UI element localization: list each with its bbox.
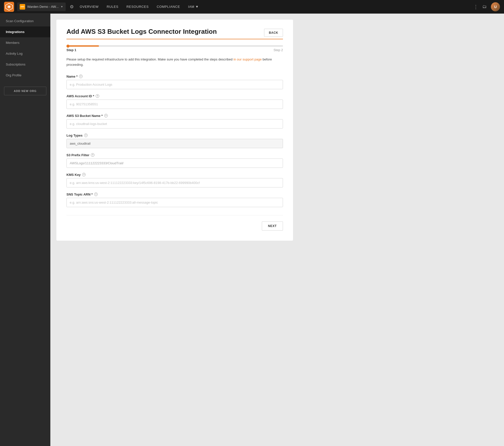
input-name[interactable] (66, 80, 283, 89)
aws-logo: AWS (20, 4, 25, 10)
help-icon-s3-prefix-filter[interactable]: ? (91, 153, 94, 157)
top-navigation: AWS Warden Demo - AW... ▼ ⚙ OVERVIEW RUL… (0, 0, 504, 14)
add-new-org-button[interactable]: ADD NEW ORG (4, 87, 46, 95)
form-card: Add AWS S3 Bucket Logs Connector Integra… (56, 20, 293, 241)
input-kms-key[interactable] (66, 178, 283, 187)
label-aws-s3-bucket-name: AWS S3 Bucket Name * ? (66, 114, 283, 118)
help-icon-aws-s3-bucket-name[interactable]: ? (104, 114, 108, 117)
progress-labels: Step 1 Step 2 (66, 48, 283, 52)
field-kms-key: KMS Key ? (66, 173, 283, 187)
page-title: Add AWS S3 Bucket Logs Connector Integra… (66, 28, 217, 36)
input-s3-prefix-filter[interactable] (66, 158, 283, 168)
account-dropdown-arrow: ▼ (61, 5, 63, 8)
progress-fill (66, 45, 99, 47)
label-log-types: Log Types ? (66, 134, 283, 137)
sidebar-item-members[interactable]: Members (0, 37, 50, 48)
field-sns-topic-arn: SNS Topic ARN * ? (66, 193, 283, 207)
step1-label: Step 1 (66, 48, 76, 52)
sidebar-item-activity-log[interactable]: Activity Log (0, 48, 50, 59)
sidebar-item-subscriptions[interactable]: Subscriptions (0, 59, 50, 70)
help-icon-log-types[interactable]: ? (84, 134, 88, 137)
nav-links: OVERVIEW RULES RESOURCES COMPLIANCE IAM … (80, 4, 473, 10)
step2-label: Step 2 (273, 48, 283, 52)
main-layout: Scan Configuration Integrations Members … (0, 14, 504, 446)
help-icon-kms-key[interactable]: ? (82, 173, 86, 176)
form-header: Add AWS S3 Bucket Logs Connector Integra… (66, 28, 283, 37)
svg-point-1 (8, 6, 10, 8)
nav-iam[interactable]: IAM ▼ (188, 4, 199, 10)
help-icon-sns-topic-arn[interactable]: ? (94, 193, 98, 196)
progress-container: Step 1 Step 2 (66, 45, 283, 52)
progress-track (66, 45, 283, 47)
form-footer: NEXT (66, 215, 283, 231)
iam-dropdown-arrow: ▼ (195, 5, 199, 9)
sidebar-item-integrations[interactable]: Integrations (0, 26, 50, 37)
label-aws-account-id: AWS Account ID * ? (66, 94, 283, 98)
account-selector[interactable]: AWS Warden Demo - AW... ▼ (17, 3, 66, 11)
nav-overview[interactable]: OVERVIEW (80, 4, 99, 10)
label-name: Name * ? (66, 75, 283, 78)
content-area: Add AWS S3 Bucket Logs Connector Integra… (50, 14, 504, 446)
label-kms-key: KMS Key ? (66, 173, 283, 177)
nav-rules[interactable]: RULES (107, 4, 119, 10)
input-log-types[interactable] (66, 139, 283, 148)
account-name: Warden Demo - AW... (27, 5, 59, 9)
input-aws-s3-bucket-name[interactable] (66, 119, 283, 129)
label-sns-topic-arn: SNS Topic ARN * ? (66, 193, 283, 196)
form-divider (66, 39, 283, 39)
more-options-icon[interactable]: ⋮ (473, 4, 478, 10)
back-button[interactable]: BACK (264, 29, 283, 37)
label-s3-prefix-filter: S3 Prefix Filter ? (66, 153, 283, 157)
sidebar-item-org-profile[interactable]: Org Profile (0, 70, 50, 81)
sidebar-item-scan-configuration[interactable]: Scan Configuration (0, 16, 50, 26)
field-s3-prefix-filter: S3 Prefix Filter ? (66, 153, 283, 168)
nav-resources[interactable]: RESOURCES (126, 4, 149, 10)
help-icon-name[interactable]: ? (79, 75, 83, 78)
nav-compliance[interactable]: COMPLIANCE (157, 4, 180, 10)
input-aws-account-id[interactable] (66, 100, 283, 109)
folder-icon[interactable]: 🗂 (482, 4, 487, 9)
help-icon-aws-account-id[interactable]: ? (96, 94, 99, 98)
field-aws-account-id: AWS Account ID * ? (66, 94, 283, 109)
settings-icon[interactable]: ⚙ (70, 4, 74, 10)
field-aws-s3-bucket-name: AWS S3 Bucket Name * ? (66, 114, 283, 129)
next-button[interactable]: NEXT (262, 221, 283, 231)
app-logo[interactable] (4, 2, 14, 12)
sidebar: Scan Configuration Integrations Members … (0, 14, 50, 446)
field-log-types: Log Types ? (66, 134, 283, 148)
nav-right-actions: ⋮ 🗂 U (473, 2, 500, 11)
progress-dot (66, 45, 69, 48)
field-name: Name * ? (66, 75, 283, 89)
user-avatar[interactable]: U (491, 2, 500, 11)
form-description: Please setup the required infrastructure… (66, 57, 283, 68)
input-sns-topic-arn[interactable] (66, 198, 283, 207)
support-page-link[interactable]: in our support page (233, 57, 262, 61)
